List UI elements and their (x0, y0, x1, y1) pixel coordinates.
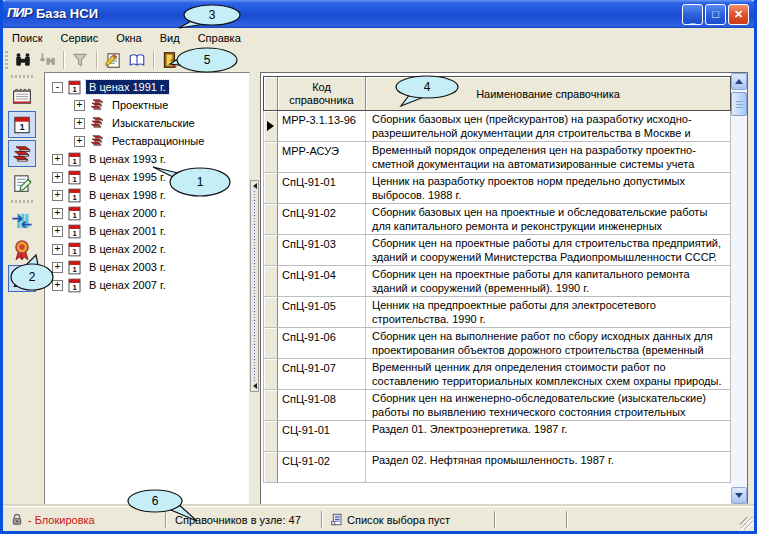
cell-name[interactable]: Временный ценник для определения стоимос… (366, 359, 730, 389)
row-selector[interactable] (264, 266, 278, 296)
notebook-button[interactable] (8, 82, 36, 109)
resize-grip[interactable] (740, 517, 753, 530)
cell-code[interactable]: СпЦ-91-03 (278, 235, 366, 265)
maximize-button[interactable]: □ (705, 4, 726, 25)
tree-item-label[interactable]: В ценах 1993 г. (86, 152, 169, 166)
cell-name[interactable]: Раздел 01. Электроэнергетика. 1987 г. (366, 421, 730, 451)
table-row[interactable]: СЦ-91-02 Раздел 02. Нефтяная промышленно… (263, 452, 731, 483)
cell-code[interactable]: МРР-3.1.13-96 (278, 111, 366, 141)
menu-servis[interactable]: Сервис (51, 30, 107, 46)
cell-name[interactable]: Ценник на разработку проектов норм преде… (366, 173, 730, 203)
cell-name[interactable]: Сборник цен на выполнение работ по сбору… (366, 328, 730, 358)
table-row[interactable]: СпЦ-91-02 Сборник базовых цен на проектн… (263, 204, 731, 235)
edit-card-button[interactable] (101, 49, 125, 71)
cell-code[interactable]: СпЦ-91-05 (278, 297, 366, 327)
expand-toggle[interactable]: + (52, 208, 63, 219)
cell-code[interactable]: СпЦ-91-01 (278, 173, 366, 203)
tree-item-2001[interactable]: +1В ценах 2001 г. (45, 222, 249, 240)
tree-item-restavracionnye[interactable]: + Реставрационные (45, 132, 249, 150)
table-row[interactable]: СпЦ-91-01 Ценник на разработку проектов … (263, 173, 731, 204)
tree-item-label[interactable]: В ценах 2007 г. (86, 278, 169, 292)
table-row[interactable]: МРР-АСУЭ Временный порядок определения ц… (263, 142, 731, 173)
collapse-toggle[interactable]: - (52, 82, 63, 93)
cell-name[interactable]: Сборник базовых цен (прейскурантов) на р… (366, 111, 730, 141)
tree-item-1991[interactable]: - 1 В ценах 1991 г. (45, 78, 249, 96)
row-selector[interactable] (264, 297, 278, 327)
scroll-up-button[interactable] (731, 73, 747, 90)
tree-item-label[interactable]: В ценах 1991 г. (86, 80, 169, 94)
scroll-thumb[interactable] (731, 92, 747, 116)
tree-item-label[interactable]: В ценах 1998 г. (86, 188, 169, 202)
row-selector[interactable] (264, 142, 278, 172)
cell-name[interactable]: Сборник цен на проектные работы для капи… (366, 266, 730, 296)
edit-button[interactable] (8, 169, 36, 196)
cell-name[interactable]: Сборник цен на проектные работы для стро… (366, 235, 730, 265)
tree-item-1998[interactable]: +1В ценах 1998 г. (45, 186, 249, 204)
expand-toggle[interactable]: + (52, 226, 63, 237)
menu-vid[interactable]: Вид (151, 30, 189, 46)
menu-spravka[interactable]: Справка (189, 30, 250, 46)
header-code[interactable]: Код справочника (278, 77, 366, 110)
row-selector[interactable] (264, 111, 278, 141)
cell-name[interactable]: Раздел 02. Нефтяная промышленность. 1987… (366, 452, 730, 482)
cell-code[interactable]: СЦ-91-02 (278, 452, 366, 482)
table-row[interactable]: МРР-3.1.13-96 Сборник базовых цен (прейс… (263, 111, 731, 142)
cell-name[interactable]: Ценник на предпроектные работы для элект… (366, 297, 730, 327)
row-selector[interactable] (264, 359, 278, 389)
header-name[interactable]: Наименование справочника (366, 77, 730, 110)
expand-toggle[interactable]: + (52, 172, 63, 183)
cell-code[interactable]: СпЦ-91-04 (278, 266, 366, 296)
exit-button[interactable] (158, 49, 182, 71)
expand-toggle[interactable]: + (74, 136, 85, 147)
splitter-collapse-control[interactable] (250, 180, 259, 392)
search-next-button[interactable] (35, 49, 59, 71)
tree-item-2003[interactable]: +1В ценах 2003 г. (45, 258, 249, 276)
table-row[interactable]: СпЦ-91-07 Временный ценник для определен… (263, 359, 731, 390)
tree-item-izyskatelskie[interactable]: + Изыскательские (45, 114, 249, 132)
menu-poisk[interactable]: Поиск (3, 30, 51, 46)
row-selector[interactable] (264, 328, 278, 358)
cell-code[interactable]: СпЦ-91-07 (278, 359, 366, 389)
tree-item-label[interactable]: Изыскательские (109, 116, 198, 130)
expand-toggle[interactable]: + (52, 244, 63, 255)
tree-item-2000[interactable]: +1В ценах 2000 г. (45, 204, 249, 222)
expand-toggle[interactable]: + (74, 100, 85, 111)
minimize-button[interactable]: _ (682, 4, 703, 25)
table-row[interactable]: СЦ-91-01 Раздел 01. Электроэнергетика. 1… (263, 421, 731, 452)
close-button[interactable]: ✕ (728, 4, 749, 25)
panel-splitter[interactable] (250, 72, 260, 505)
by-date-button[interactable]: 1 (8, 111, 36, 138)
row-selector[interactable] (264, 421, 278, 451)
tree-item-label[interactable]: В ценах 2001 г. (86, 224, 169, 238)
cell-code[interactable]: СпЦ-91-08 (278, 390, 366, 420)
cell-name[interactable]: Сборник цен на инженерно-обследовательск… (366, 390, 730, 420)
cell-code[interactable]: СЦ-91-01 (278, 421, 366, 451)
undo-button[interactable] (8, 265, 36, 292)
table-row[interactable]: СпЦ-91-03 Сборник цен на проектные работ… (263, 235, 731, 266)
scroll-down-button[interactable] (731, 487, 747, 504)
table-row[interactable]: СпЦ-91-08 Сборник цен на инженерно-обсле… (263, 390, 731, 421)
tree-item-2007[interactable]: +1В ценах 2007 г. (45, 276, 249, 294)
tree-item-label[interactable]: В ценах 2000 г. (86, 206, 169, 220)
cell-name[interactable]: Временный порядок определения цен на раз… (366, 142, 730, 172)
transfer-button[interactable] (8, 207, 36, 234)
tree-item-label[interactable]: Проектные (109, 98, 171, 112)
tree-item-1995[interactable]: +1В ценах 1995 г. (45, 168, 249, 186)
cell-code[interactable]: МРР-АСУЭ (278, 142, 366, 172)
row-selector[interactable] (264, 173, 278, 203)
filter-button[interactable] (68, 49, 92, 71)
tree-item-label[interactable]: В ценах 2002 г. (86, 242, 169, 256)
cell-code[interactable]: СпЦ-91-02 (278, 204, 366, 234)
price-base-tree[interactable]: - 1 В ценах 1991 г. + Проектные + Изыска… (44, 72, 250, 505)
row-selector[interactable] (264, 235, 278, 265)
expand-toggle[interactable]: + (52, 154, 63, 165)
table-row[interactable]: СпЦ-91-05 Ценник на предпроектные работы… (263, 297, 731, 328)
tree-item-2002[interactable]: +1В ценах 2002 г. (45, 240, 249, 258)
table-row[interactable]: СпЦ-91-04 Сборник цен на проектные работ… (263, 266, 731, 297)
table-scrollbar[interactable] (731, 73, 747, 504)
titlebar[interactable]: ПИР База НСИ _ □ ✕ (0, 0, 757, 28)
menu-okna[interactable]: Окна (107, 30, 151, 46)
tree-item-label[interactable]: В ценах 2003 г. (86, 260, 169, 274)
row-selector[interactable] (264, 452, 278, 482)
side-toolbar-grip[interactable] (11, 75, 33, 78)
